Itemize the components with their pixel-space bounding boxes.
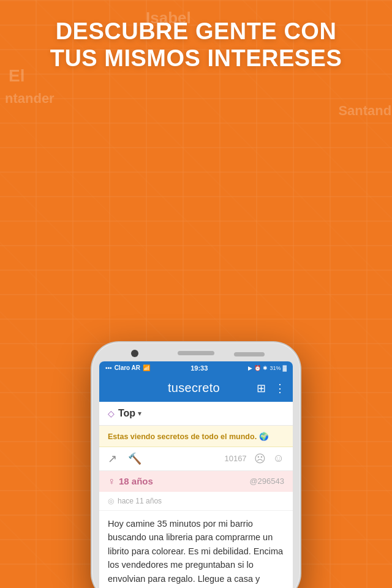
filter-row: ◇ Top ▾ <box>99 402 293 426</box>
battery-icon: ▓ <box>282 365 287 371</box>
app-title: tusecreto <box>168 381 220 395</box>
world-banner-text: Estas viendo secretos de todo el mundo. … <box>108 432 269 441</box>
nav-bar: tusecreto ⊞ ⋮ <box>99 375 293 402</box>
filter-label: Top <box>118 408 135 419</box>
nav-icons: ⊞ ⋮ <box>257 382 285 395</box>
user-id: @296543 <box>249 477 284 486</box>
signal-bars: ▪▪▪ <box>105 364 112 371</box>
action-right: 10167 ☹ ☺ <box>224 452 284 466</box>
hammer-icon[interactable]: 🔨 <box>128 452 141 466</box>
phone-camera <box>131 350 138 357</box>
carrier-name: Claro AR <box>115 364 140 371</box>
city-label-santander: Santander <box>338 103 392 119</box>
action-icons-left: ↗ 🔨 <box>108 452 141 466</box>
battery-percent: 31% <box>270 365 281 371</box>
user-age: 18 años <box>119 476 153 486</box>
wifi-icon: 📶 <box>143 364 150 371</box>
post-time: hace 11 años <box>118 497 162 505</box>
user-info: ♀ 18 años <box>108 476 153 487</box>
phone-top-bar <box>99 351 293 355</box>
filter-icon[interactable]: ⊞ <box>257 382 266 395</box>
menu-icon[interactable]: ⋮ <box>274 382 285 395</box>
phone-frame: ▪▪▪ Claro AR 📶 19:33 ▶ ⏰ ✱ 31% ▓ tusecre… <box>92 342 300 588</box>
chevron-down-icon[interactable]: ▾ <box>138 409 141 418</box>
headline-line1: DESCUBRE GENTE CON <box>18 18 374 45</box>
status-right: ▶ ⏰ ✱ 31% ▓ <box>248 365 287 371</box>
status-time: 19:33 <box>190 364 208 372</box>
phone-speaker <box>178 351 214 355</box>
post-body: Hoy camine 35 minutos por mi barrio busc… <box>99 511 293 588</box>
diamond-icon: ◇ <box>108 409 115 418</box>
location-icon: ▶ <box>248 365 252 371</box>
bluetooth-icon: ✱ <box>263 365 268 371</box>
alarm-icon: ⏰ <box>254 365 261 371</box>
city-label-ntander: ntander <box>5 91 55 107</box>
phone-body: ▪▪▪ Claro AR 📶 19:33 ▶ ⏰ ✱ 31% ▓ tusecre… <box>92 342 300 588</box>
phone-earpiece <box>234 352 265 356</box>
female-icon: ♀ <box>108 476 115 487</box>
world-banner: Estas viendo secretos de todo el mundo. … <box>99 426 293 447</box>
clock-icon: ◎ <box>108 497 114 505</box>
sad-icon[interactable]: ☹ <box>254 452 266 466</box>
status-left: ▪▪▪ Claro AR 📶 <box>105 364 150 371</box>
post-header: ♀ 18 años @296543 <box>99 471 293 492</box>
share-icon[interactable]: ↗ <box>108 452 117 466</box>
action-row: ↗ 🔨 10167 ☹ ☺ <box>99 447 293 471</box>
headline: DESCUBRE GENTE CON TUS MISMOS INTERESES <box>0 18 392 72</box>
status-bar: ▪▪▪ Claro AR 📶 19:33 ▶ ⏰ ✱ 31% ▓ <box>99 361 293 375</box>
headline-line2: TUS MISMOS INTERESES <box>18 45 374 72</box>
phone-screen: ▪▪▪ Claro AR 📶 19:33 ▶ ⏰ ✱ 31% ▓ tusecre… <box>99 361 293 588</box>
post-meta: ◎ hace 11 años <box>99 492 293 511</box>
happy-icon[interactable]: ☺ <box>273 452 284 465</box>
post-text: Hoy camine 35 minutos por mi barrio busc… <box>108 517 284 586</box>
vote-count: 10167 <box>224 454 246 463</box>
